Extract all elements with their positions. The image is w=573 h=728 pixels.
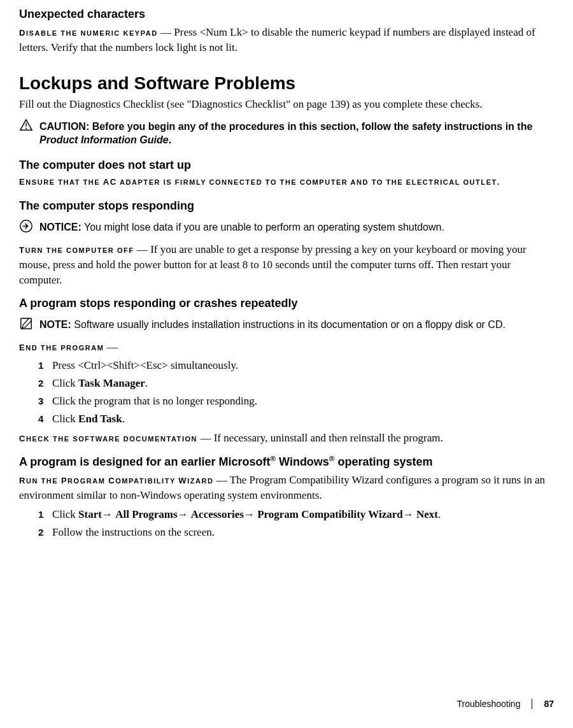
list-item: 2Follow the instructions on the screen.: [38, 525, 554, 540]
callout-note: NOTE: Software usually includes installa…: [19, 317, 554, 333]
heading-earlier-os: A program is designed for an earlier Mic…: [19, 454, 554, 469]
para-turn-off: TURN THE COMPUTER OFF — If you are unabl…: [19, 242, 554, 287]
heading-not-start: The computer does not start up: [19, 159, 554, 172]
steps-end-program: 1Press <Ctrl><Shift><Esc> simultaneously…: [38, 358, 554, 426]
label-ensure-ac: ENSURE THAT THE AC ADAPTER IS FIRMLY CON…: [19, 176, 554, 189]
label-check-software: CHECK THE SOFTWARE DOCUMENTATION: [19, 434, 197, 443]
list-item: 1Press <Ctrl><Shift><Esc> simultaneously…: [38, 358, 554, 373]
heading-program-crash: A program stops responding or crashes re…: [19, 297, 554, 310]
label-turn-off: TURN THE COMPUTER OFF: [19, 245, 134, 255]
page-number: 87: [544, 699, 554, 709]
para-check-software: CHECK THE SOFTWARE DOCUMENTATION — If ne…: [19, 431, 554, 446]
heading-stops-responding: The computer stops responding: [19, 199, 554, 213]
heading-unexpected-characters: Unexpected characters: [19, 8, 554, 21]
label-disable-keypad: DISABLE THE NUMERIC KEYPAD: [19, 28, 158, 38]
notice-text: NOTICE: You might lose data if you are u…: [39, 219, 444, 234]
caution-text: CAUTION: Before you begin any of the pro…: [39, 118, 554, 147]
note-icon: [19, 317, 33, 333]
para-disable-keypad: DISABLE THE NUMERIC KEYPAD — Press <Num …: [19, 25, 554, 55]
label-run-compat: RUN THE PROGRAM COMPATIBILITY WIZARD: [19, 476, 214, 485]
callout-caution: CAUTION: Before you begin any of the pro…: [19, 118, 554, 147]
page-footer: Troubleshooting 87: [457, 699, 554, 709]
para-run-compat: RUN THE PROGRAM COMPATIBILITY WIZARD — T…: [19, 473, 554, 503]
list-item: 2Click Task Manager.: [38, 376, 554, 391]
label-end-program: END THE PROGRAM —: [19, 339, 554, 355]
list-item: 3Click the program that is no longer res…: [38, 394, 554, 409]
heading-lockups: Lockups and Software Problems: [19, 73, 554, 94]
notice-icon: [19, 219, 33, 236]
footer-section: Troubleshooting: [457, 699, 521, 709]
callout-notice: NOTICE: You might lose data if you are u…: [19, 219, 554, 236]
steps-compat-wizard: 1Click Start→ All Programs→ Accessories→…: [38, 507, 554, 540]
note-text: NOTE: Software usually includes installa…: [39, 317, 506, 332]
caution-icon: [19, 118, 33, 135]
para-lockups-intro: Fill out the Diagnostics Checklist (see …: [19, 97, 554, 112]
list-item: 4Click End Task.: [38, 411, 554, 427]
list-item: 1Click Start→ All Programs→ Accessories→…: [38, 507, 554, 522]
footer-divider: [532, 699, 532, 709]
svg-point-1: [25, 127, 27, 129]
